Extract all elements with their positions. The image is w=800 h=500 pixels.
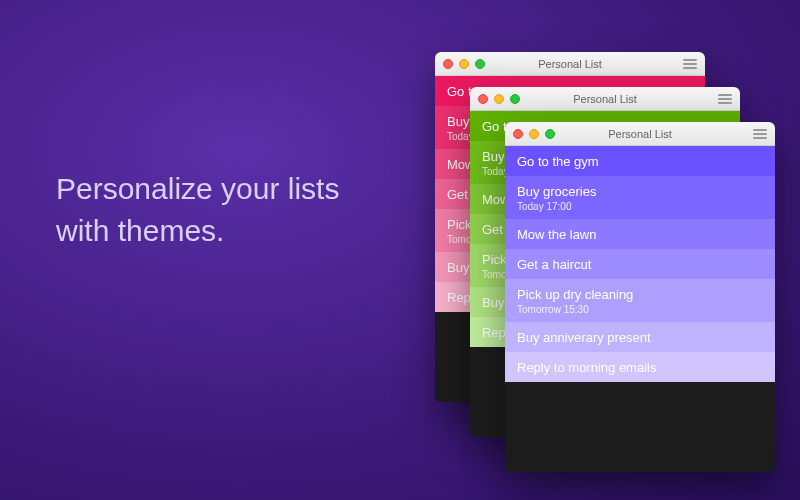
close-icon[interactable] [443, 59, 453, 69]
titlebar[interactable]: Personal List [505, 122, 775, 146]
minimize-icon[interactable] [494, 94, 504, 104]
list-item-subtitle: Tomorrow 15:30 [517, 304, 763, 315]
zoom-icon[interactable] [475, 59, 485, 69]
headline-line-1: Personalize your lists [56, 172, 339, 205]
list-item-title: Go to the gym [517, 154, 763, 169]
list-item-title: Reply to morning emails [517, 360, 763, 375]
list-item-title: Pick up dry cleaning [517, 287, 763, 302]
menu-icon[interactable] [753, 129, 767, 139]
list-item[interactable]: Buy anniverary present [505, 322, 775, 352]
list-item[interactable]: Reply to morning emails [505, 352, 775, 382]
minimize-icon[interactable] [459, 59, 469, 69]
list-item-title: Buy anniverary present [517, 330, 763, 345]
minimize-icon[interactable] [529, 129, 539, 139]
list-item[interactable]: Go to the gym [505, 146, 775, 176]
close-icon[interactable] [513, 129, 523, 139]
traffic-lights [443, 59, 485, 69]
window-stack: Personal ListGo to the gymBuy groceriesT… [435, 52, 775, 472]
list-item-title: Buy groceries [517, 184, 763, 199]
list-item-subtitle: Today 17:00 [517, 201, 763, 212]
list-item-title: Get a haircut [517, 257, 763, 272]
list-item[interactable]: Buy groceriesToday 17:00 [505, 176, 775, 219]
headline-line-2: with themes. [56, 214, 224, 247]
menu-icon[interactable] [683, 59, 697, 69]
list-item[interactable]: Pick up dry cleaningTomorrow 15:30 [505, 279, 775, 322]
titlebar[interactable]: Personal List [470, 87, 740, 111]
close-icon[interactable] [478, 94, 488, 104]
window-footer [505, 382, 775, 472]
todo-list: Go to the gymBuy groceriesToday 17:00Mow… [505, 146, 775, 382]
titlebar[interactable]: Personal List [435, 52, 705, 76]
app-window-purple: Personal ListGo to the gymBuy groceriesT… [505, 122, 775, 472]
zoom-icon[interactable] [545, 129, 555, 139]
list-item[interactable]: Get a haircut [505, 249, 775, 279]
traffic-lights [513, 129, 555, 139]
zoom-icon[interactable] [510, 94, 520, 104]
menu-icon[interactable] [718, 94, 732, 104]
list-item[interactable]: Mow the lawn [505, 219, 775, 249]
headline: Personalize your lists with themes. [56, 168, 416, 252]
traffic-lights [478, 94, 520, 104]
list-item-title: Mow the lawn [517, 227, 763, 242]
